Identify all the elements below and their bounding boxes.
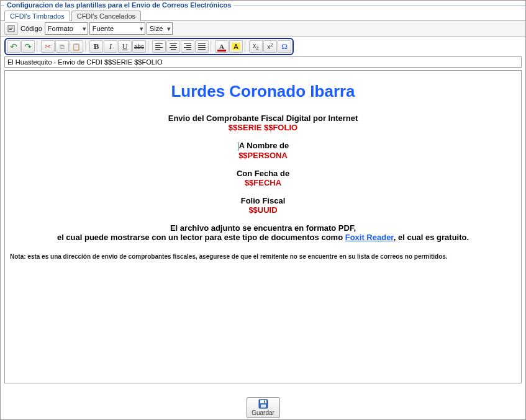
font-color-icon: A [219, 43, 224, 50]
size-select[interactable]: Size [147, 22, 173, 35]
foxit-link[interactable]: Foxit Reader [345, 233, 394, 242]
underline-icon: U [122, 42, 128, 51]
pdf-line1: El archivo adjunto se encuentra en forma… [10, 223, 516, 233]
toolbar-row-2: ↶ ↶ ✂ ⧉ 📋 B I U abc A A x2 x2 Ω [4, 38, 294, 55]
footer-note: Nota: esta es una dirección de envio de … [10, 253, 516, 260]
cut-button[interactable]: ✂ [41, 40, 55, 53]
svg-rect-6 [261, 404, 266, 408]
undo-button[interactable]: ↶ [7, 40, 20, 53]
save-button[interactable]: Guardar [247, 397, 280, 418]
block-fecha: Con Fecha de $$FECHA [10, 169, 516, 187]
fecha-value: $$FECHA [10, 178, 516, 187]
company-heading: Lurdes Coronado Ibarra [10, 82, 516, 101]
text-cursor [238, 142, 238, 151]
envio-value: $$SERIE $$FOLIO [10, 123, 516, 132]
align-right-icon [184, 43, 191, 50]
folio-value: $$UUID [10, 205, 516, 215]
toolbar-row-1: Código Formato Fuente Size [1, 21, 525, 37]
block-envio: Envio del Comprobante Fiscal Digital por… [10, 114, 516, 132]
align-right-button[interactable] [181, 40, 194, 53]
bg-color-icon: A [232, 43, 240, 50]
format-select[interactable]: Formato [45, 22, 88, 35]
tab-cancelados[interactable]: CFDI's Cancelados [71, 11, 141, 21]
align-left-button[interactable] [152, 40, 166, 53]
svg-rect-1 [9, 27, 13, 27]
omega-icon: Ω [281, 42, 288, 51]
redo-button[interactable]: ↶ [21, 40, 35, 53]
svg-rect-7 [264, 401, 265, 403]
strike-button[interactable]: abc [132, 40, 146, 53]
nombre-label: A Nombre de [10, 141, 516, 151]
undo-icon: ↶ [10, 42, 17, 51]
subscript-icon: x2 [253, 42, 258, 51]
italic-button[interactable]: I [104, 40, 117, 53]
bg-color-button[interactable]: A [229, 40, 243, 53]
underline-button[interactable]: U [118, 40, 132, 53]
special-char-button[interactable]: Ω [278, 40, 291, 53]
block-folio: Folio Fiscal $$UUID [10, 196, 516, 215]
fecha-label: Con Fecha de [10, 169, 516, 178]
envio-label: Envio del Comprobante Fiscal Digital por… [10, 114, 516, 123]
action-bar: Guardar [1, 397, 525, 418]
block-pdf: El archivo adjunto se encuentra en forma… [10, 223, 516, 242]
copy-icon: ⧉ [60, 43, 65, 51]
align-center-button[interactable] [166, 40, 180, 53]
font-color-button[interactable]: A [215, 40, 229, 53]
svg-rect-2 [9, 28, 13, 29]
svg-rect-5 [260, 400, 266, 403]
save-icon [258, 399, 268, 409]
source-icon[interactable] [4, 22, 18, 35]
subscript-button[interactable]: x2 [249, 40, 263, 53]
cut-icon: ✂ [45, 42, 51, 51]
tab-timbrados[interactable]: CFDI's Timbrados [4, 11, 70, 21]
block-nombre: A Nombre de $$PERSONA [10, 141, 516, 160]
italic-icon: I [109, 42, 112, 51]
redo-icon: ↶ [24, 42, 32, 51]
tab-strip: CFDI's Timbrados CFDI's Cancelados [1, 9, 525, 21]
align-justify-icon [198, 43, 206, 50]
editor-area[interactable]: Lurdes Coronado Ibarra Envio del Comprob… [4, 70, 522, 383]
save-label: Guardar [252, 409, 274, 416]
bold-button[interactable]: B [89, 40, 103, 53]
align-justify-button[interactable] [195, 40, 209, 53]
svg-rect-3 [9, 29, 12, 30]
font-select[interactable]: Fuente [89, 22, 145, 35]
bold-icon: B [94, 42, 99, 51]
nombre-value: $$PERSONA [10, 151, 516, 160]
paste-button[interactable]: 📋 [70, 40, 83, 53]
folio-label: Folio Fiscal [10, 196, 516, 205]
codigo-label: Código [19, 25, 43, 32]
panel-title: Configuracion de las plantillas para el … [1, 1, 525, 9]
strike-icon: abc [134, 43, 144, 50]
align-left-icon [155, 43, 163, 50]
paste-icon: 📋 [72, 43, 81, 51]
copy-button[interactable]: ⧉ [55, 40, 69, 53]
subject-input[interactable]: El Huastequito - Envio de CFDI $$SERIE $… [4, 56, 522, 68]
superscript-icon: x2 [267, 42, 273, 50]
superscript-button[interactable]: x2 [263, 40, 277, 53]
align-center-icon [170, 43, 177, 50]
pdf-line2: el cual puede mostrarse con un lector pa… [10, 233, 516, 242]
